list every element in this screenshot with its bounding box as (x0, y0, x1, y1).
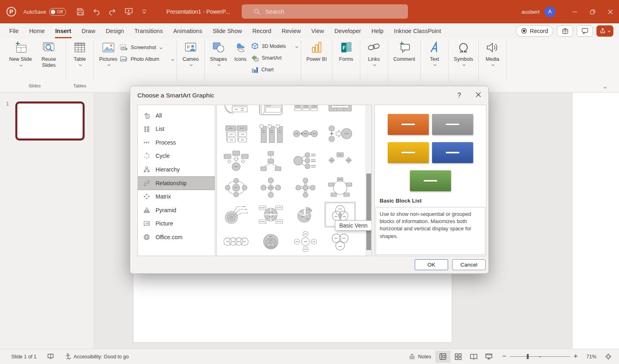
smartart-thumb-diverging-radial[interactable] (290, 229, 321, 254)
start-slideshow-icon[interactable] (125, 8, 133, 16)
power-bi-button[interactable]: Power BI (304, 38, 329, 62)
save-icon[interactable] (77, 8, 84, 16)
screenshot-button[interactable]: Screenshot (120, 43, 174, 52)
pictures-button[interactable]: Pictures (97, 38, 120, 66)
accessibility-checker[interactable]: Accessibility: Good to go (64, 353, 129, 360)
menu-tab-file[interactable]: File (4, 23, 24, 38)
dialog-close-icon[interactable] (476, 92, 481, 99)
zoom-out-button[interactable] (502, 354, 507, 360)
smartart-thumb-grouped-list[interactable] (220, 121, 252, 147)
smartart-thumb-org-tree[interactable] (255, 148, 287, 174)
smartart-thumb-radial-bullet-list[interactable] (290, 148, 321, 174)
media-button[interactable]: Media (482, 38, 503, 66)
smartart-thumb-stacked-venn[interactable] (324, 229, 356, 254)
text-button[interactable]: Text (424, 38, 445, 66)
search-box[interactable] (242, 4, 408, 19)
autosave-control[interactable]: AutoSave Off (23, 8, 66, 16)
slide-sorter-view-button[interactable] (451, 351, 466, 363)
smartart-thumb-hinged-list[interactable] (220, 105, 252, 120)
search-input[interactable] (265, 8, 386, 15)
smartart-thumb-framed-block-list[interactable] (255, 105, 287, 120)
category-hierarchy[interactable]: Hierarchy (138, 163, 215, 176)
fit-slide-button[interactable] (601, 353, 615, 360)
smartart-thumb-cross-radial[interactable] (255, 175, 287, 201)
reuse-slides-button[interactable]: Reuse Slides (35, 38, 63, 68)
category-office-com[interactable]: Office.com (138, 230, 215, 244)
smartart-thumb-arrows-to-circle[interactable] (220, 148, 252, 174)
smartart-thumb-linear-venn[interactable] (220, 229, 252, 254)
zoom-in-button[interactable] (573, 354, 578, 360)
user-name[interactable]: ausbert (521, 9, 540, 15)
table-button[interactable]: Table (69, 38, 91, 66)
zoom-slider-thumb[interactable] (527, 354, 529, 359)
category-process[interactable]: Process (138, 136, 215, 149)
symbols-button[interactable]: Symbols (451, 38, 476, 66)
record-button[interactable]: Record (516, 25, 553, 37)
customize-qat-icon[interactable] (141, 9, 147, 14)
icons-button[interactable]: Icons (229, 38, 251, 62)
menu-tab-view[interactable]: View (306, 23, 329, 38)
category-relationship[interactable]: Relationship (138, 176, 215, 190)
smartart-button[interactable]: SmartArt (251, 54, 298, 62)
user-avatar[interactable]: A (544, 6, 555, 17)
smartart-thumb-tilted-boxes[interactable] (324, 148, 356, 174)
autosave-toggle[interactable]: Off (49, 8, 66, 16)
forms-button[interactable]: F Forms (335, 38, 357, 62)
smartart-thumb-block-cycle[interactable] (324, 175, 356, 201)
smartart-thumb-diamond-cross-radial[interactable] (290, 175, 321, 201)
menu-tab-record[interactable]: Record (247, 23, 276, 38)
restore-button[interactable] (584, 0, 601, 23)
spellcheck-button[interactable] (47, 353, 54, 360)
category-all[interactable]: All (138, 109, 215, 122)
chart-button[interactable]: Chart (251, 65, 298, 74)
smartart-thumb-framed-squares[interactable] (290, 105, 321, 120)
new-slide-button[interactable]: New Slide (6, 38, 35, 68)
smartart-thumb-segmented-pie[interactable] (290, 202, 321, 228)
share-button[interactable] (596, 25, 613, 37)
menu-tab-animations[interactable]: Animations (168, 23, 208, 38)
menu-tab-transitions[interactable]: Transitions (129, 23, 168, 38)
smartart-thumb-double-arrow-bar[interactable] (324, 105, 356, 120)
close-button[interactable] (601, 0, 619, 23)
dialog-help-icon[interactable]: ? (457, 92, 461, 99)
slide-thumbnail[interactable] (15, 101, 85, 141)
category-cycle[interactable]: Cycle (138, 149, 215, 163)
scrollbar-thumb[interactable] (366, 174, 371, 250)
smartart-thumb-equation[interactable] (290, 121, 321, 147)
cameo-button[interactable]: P Cameo (180, 38, 201, 66)
minimize-button[interactable] (566, 0, 584, 23)
menu-tab-review[interactable]: Review (276, 23, 306, 38)
3d-models-button[interactable]: 3D Models (251, 42, 298, 51)
zoom-level[interactable]: 71% (583, 354, 596, 360)
slideshow-view-button[interactable] (481, 351, 496, 363)
photo-album-button[interactable]: Photo Album (120, 55, 174, 64)
powerpoint-logo[interactable]: P (6, 7, 16, 17)
links-button[interactable]: Links (363, 38, 385, 66)
notes-button[interactable]: Notes (405, 351, 435, 363)
teams-addin-button[interactable] (557, 25, 573, 37)
grid-scrollbar[interactable] (366, 105, 372, 256)
menu-tab-help[interactable]: Help (366, 23, 389, 38)
zoom-slider[interactable]: + (510, 356, 570, 357)
cancel-button[interactable]: Cancel (452, 259, 486, 270)
comments-pane-button[interactable] (577, 25, 593, 37)
menu-tab-design[interactable]: Design (100, 23, 129, 38)
smartart-thumb-nested-circles[interactable] (255, 229, 287, 254)
smartart-thumb-gear-cycle-labels[interactable] (255, 202, 287, 228)
menu-tab-draw[interactable]: Draw (77, 23, 101, 38)
comment-button[interactable]: Comment (391, 38, 418, 62)
menu-tab-inknoe-classpoint[interactable]: Inknoe ClassPoint (389, 23, 447, 38)
menu-tab-home[interactable]: Home (24, 23, 50, 38)
undo-icon[interactable] (92, 8, 100, 16)
category-matrix[interactable]: Matrix (138, 190, 215, 204)
menu-tab-insert[interactable]: Insert (50, 23, 77, 38)
smartart-thumb-converging-radial[interactable] (324, 121, 356, 147)
menu-tab-slide-show[interactable]: Slide Show (208, 23, 247, 38)
ok-button[interactable]: OK (415, 259, 448, 270)
category-list[interactable]: List (138, 122, 215, 136)
redo-icon[interactable] (108, 8, 116, 16)
menu-tab-developer[interactable]: Developer (329, 23, 366, 38)
normal-view-button[interactable] (435, 351, 451, 363)
category-picture[interactable]: Picture (138, 217, 215, 231)
smartart-thumb-funnel-target[interactable] (220, 202, 252, 228)
